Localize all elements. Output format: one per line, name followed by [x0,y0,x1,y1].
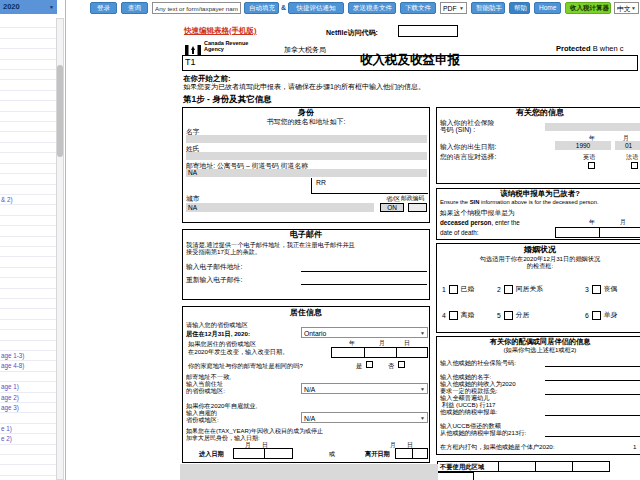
netfile-code-input[interactable] [398,25,458,37]
english-checkbox[interactable] [588,162,595,169]
sidebar-item[interactable] [0,413,56,423]
spouse-uccb-input[interactable] [545,405,640,416]
sidebar-item[interactable] [0,164,56,174]
pdf-select[interactable]: PDF ▼ [440,2,467,14]
sidebar-item[interactable] [0,268,56,278]
sidebar-item[interactable] [0,122,56,132]
sidebar-item[interactable] [0,132,56,142]
marital-option[interactable]: 4 离婚 [442,302,497,328]
no-checkbox[interactable] [398,361,405,368]
sidebar-item[interactable] [0,445,56,455]
province-dec31-select[interactable]: Ontario ▼ [301,327,428,338]
sidebar-item[interactable] [0,143,56,153]
marital-option-checkbox[interactable] [449,311,458,320]
marital-option-checkbox[interactable] [449,285,458,294]
sin-input[interactable] [545,123,640,131]
sidebar-item[interactable]: age 4-8) [0,361,56,371]
sidebar-item[interactable]: age 1-3) [0,351,56,361]
sidebar-item[interactable] [0,309,56,319]
marital-option[interactable]: 3 丧偶 [585,276,638,302]
postal-code-input[interactable] [408,203,427,212]
spouse-repay-input[interactable] [545,426,640,437]
self-employed-province-select[interactable]: N/A ▼ [301,412,428,423]
marital-option-checkbox[interactable] [504,285,513,294]
french-checkbox[interactable] [631,162,638,169]
quick-assess-button[interactable]: 快捷评估通知 [288,2,344,14]
sidebar-item[interactable] [0,455,56,465]
marital-option[interactable]: 2 同居关系 [497,276,585,302]
sidebar-item[interactable] [0,226,56,236]
sidebar-item[interactable] [0,372,56,382]
sidebar-item[interactable] [0,112,56,122]
sidebar-item[interactable] [0,216,56,226]
download-files-button[interactable]: 下载文件 [400,2,436,14]
sidebar-item[interactable]: age 2) [0,393,56,403]
mailing-address-input[interactable]: NA [186,169,427,177]
last-name-input[interactable] [186,152,427,160]
help-button[interactable]: 帮助 [509,2,530,14]
sidebar-item[interactable] [0,80,56,90]
sidebar-item[interactable] [0,153,56,163]
sidebar-item[interactable] [0,476,56,480]
sidebar-item[interactable] [0,205,56,215]
sidebar-item[interactable] [0,330,56,340]
sidebar-item[interactable] [0,101,56,111]
sidebar-scrollbar-thumb[interactable] [57,65,63,157]
sidebar-item[interactable] [0,299,56,309]
sidebar-item[interactable] [0,465,56,475]
autofill-button[interactable]: 自动填充 [244,2,279,14]
sidebar-item[interactable] [0,341,56,351]
marital-option-checkbox[interactable] [504,311,513,320]
date-of-death-input[interactable] [555,227,640,238]
dob-year-input[interactable]: 1990 [555,141,611,150]
home-button[interactable]: Home [534,2,561,14]
sidebar-item[interactable] [0,237,56,247]
sidebar-item[interactable] [0,247,56,257]
marital-option-checkbox[interactable] [592,311,601,320]
sidebar-item[interactable] [0,49,56,59]
marital-option-checkbox[interactable] [592,285,601,294]
marital-option[interactable]: 6 单身 [585,302,638,328]
sidebar-item[interactable] [0,70,56,80]
exit-date-input[interactable] [395,448,428,459]
sidebar-item[interactable]: e 2) [0,434,56,444]
current-residence-select[interactable]: N/A ▼ [301,383,428,394]
spouse-sin-input[interactable] [545,356,640,367]
city-input[interactable]: NA [186,203,374,212]
sidebar-item[interactable]: & 2) [0,195,56,205]
marital-option[interactable]: 1 已婚 [442,276,497,302]
login-button[interactable]: 登录 [90,2,117,14]
yes-checkbox[interactable] [366,361,373,368]
income-tax-calculator-button[interactable]: 收入税计算器 [565,2,611,14]
marital-option[interactable]: 5 分居 [497,302,585,328]
sidebar-item[interactable] [0,60,56,70]
sidebar-item[interactable] [0,185,56,195]
change-date-input[interactable] [331,347,428,358]
year-select[interactable]: 2020 ▼ [0,0,57,14]
entry-date-input[interactable] [233,448,293,459]
sidebar-item[interactable] [0,91,56,101]
sidebar-item[interactable] [0,289,56,299]
assistant-button[interactable]: 智能助手 [471,2,505,14]
query-button[interactable]: 查询 [121,2,148,14]
sidebar-item[interactable]: e 1) [0,424,56,434]
dob-month-input[interactable]: 01 [615,141,640,150]
sidebar-item[interactable]: age 3) [0,403,56,413]
sidebar-item[interactable] [0,28,56,38]
quick-edit-mobile-link[interactable]: 快速编辑表格(手机版) [184,27,257,35]
send-tax-files-button[interactable]: 发送税务文件 [348,2,396,14]
province-input[interactable]: ON [380,203,404,212]
sidebar-scrollbar-track[interactable] [56,18,64,480]
sidebar-item[interactable] [0,39,56,49]
sidebar-item[interactable] [0,278,56,288]
search-input[interactable] [152,2,241,14]
sidebar-item[interactable]: age 1) [0,382,56,392]
sidebar-item[interactable] [0,320,56,330]
email-input[interactable] [301,261,427,272]
sidebar-item[interactable] [0,18,56,28]
first-name-input[interactable] [186,135,427,143]
sidebar-item[interactable] [0,174,56,184]
sidebar-item[interactable] [0,257,56,267]
spouse-name-input[interactable] [545,370,640,381]
spouse-income-input[interactable] [545,384,640,395]
